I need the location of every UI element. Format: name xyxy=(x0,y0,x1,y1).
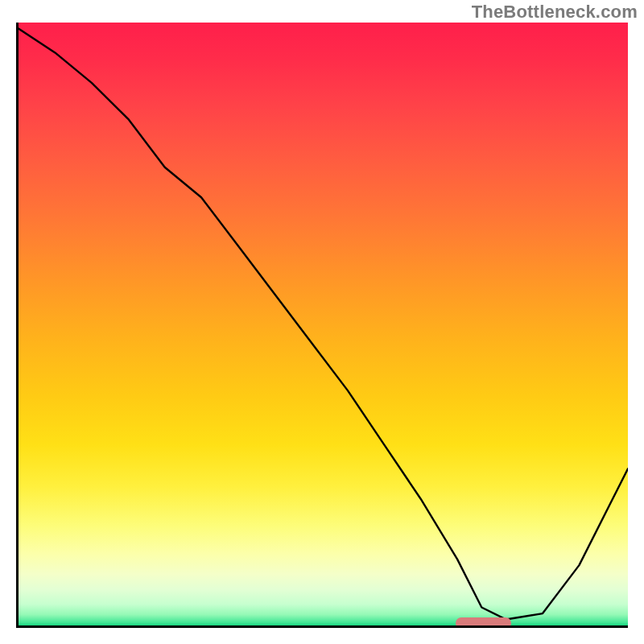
attribution-text: TheBottleneck.com xyxy=(472,2,638,23)
chart-canvas: TheBottleneck.com xyxy=(0,0,644,644)
bottleneck-curve xyxy=(19,23,628,625)
optimal-range-marker xyxy=(456,617,511,628)
plot-area xyxy=(16,23,628,628)
